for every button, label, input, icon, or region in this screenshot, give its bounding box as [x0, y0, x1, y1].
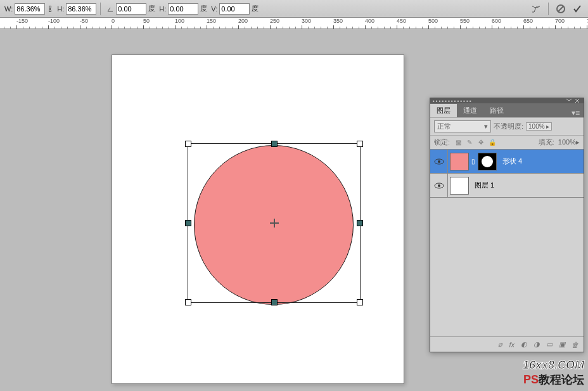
ruler-tick: 350 [333, 18, 343, 24]
separator [548, 3, 549, 15]
ruler-tick: 250 [270, 18, 279, 24]
adjustment-layer-icon[interactable]: ◑ [534, 340, 540, 349]
panel-dragbar[interactable]: ▪▪▪▪▪▪▪▪▪▪▪▪▪ [430, 98, 584, 103]
panel-tabs: 图层 通道 路径 ▾≡ [430, 103, 584, 117]
new-layer-icon[interactable]: ▣ [559, 340, 565, 349]
ruler-tick: -150 [16, 18, 28, 24]
layer-list: ▯ 形状 4 图层 1 [430, 149, 584, 337]
h-skew-unit: 度 [200, 4, 207, 13]
layer-mask-icon[interactable]: ◐ [521, 340, 527, 349]
handle-left-mid[interactable] [185, 220, 191, 226]
height-input[interactable] [66, 3, 96, 15]
lock-all-icon[interactable]: 🔒 [488, 138, 497, 147]
separator [100, 3, 101, 15]
v-skew-input[interactable] [219, 3, 250, 15]
collapse-icon[interactable] [566, 98, 572, 103]
ruler-tick: 150 [207, 18, 216, 24]
transform-bounding-box[interactable] [188, 143, 361, 303]
h-skew-input[interactable] [168, 3, 198, 15]
ruler-tick: 550 [460, 18, 470, 24]
eye-icon [434, 158, 444, 165]
handle-bottom-right[interactable] [357, 299, 363, 305]
handle-right-mid[interactable] [357, 220, 363, 226]
svg-point-4 [438, 160, 440, 163]
blend-row: 正常▾ 不透明度: 100%▸ [430, 117, 584, 135]
group-icon[interactable]: ▭ [546, 340, 553, 349]
trash-icon[interactable]: 🗑 [572, 341, 578, 349]
tab-layers[interactable]: 图层 [430, 104, 457, 117]
width-label: W: [4, 5, 13, 13]
commit-icon[interactable] [571, 3, 584, 15]
h-skew-label: H: [159, 5, 166, 13]
ruler-tick: 650 [523, 18, 533, 24]
mask-thumbnail[interactable] [478, 153, 497, 170]
visibility-toggle[interactable] [430, 150, 448, 173]
lock-row: 锁定: ▩ ✎ ✥ 🔒 填充: 100%▸ [430, 135, 584, 149]
svg-point-6 [438, 184, 440, 187]
angle-unit: 度 [148, 4, 155, 13]
lock-position-icon[interactable]: ✥ [476, 138, 485, 147]
layer-name[interactable]: 图层 1 [475, 181, 494, 190]
layer-list-empty [430, 197, 584, 337]
link-mask-icon[interactable]: ▯ [471, 158, 475, 165]
lock-label: 锁定: [434, 138, 450, 147]
handle-top-left[interactable] [185, 141, 191, 147]
ruler-tick: -100 [48, 18, 60, 24]
workspace: ▪▪▪▪▪▪▪▪▪▪▪▪▪ 图层 通道 路径 ▾≡ 正常▾ 不透明度: 100%… [0, 29, 588, 391]
layers-panel: ▪▪▪▪▪▪▪▪▪▪▪▪▪ 图层 通道 路径 ▾≡ 正常▾ 不透明度: 100%… [430, 98, 584, 352]
opacity-label: 不透明度: [494, 122, 523, 131]
svg-rect-0 [49, 8, 51, 10]
ruler-tick: 500 [428, 18, 438, 24]
layer-row-shape4[interactable]: ▯ 形状 4 [430, 149, 584, 173]
fill-input[interactable]: 100%▸ [558, 138, 580, 146]
handle-top-mid[interactable] [271, 141, 278, 147]
panel-footer: ⌀ fx ◐ ◑ ▭ ▣ 🗑 [430, 337, 584, 352]
ruler-tick: 200 [238, 18, 248, 24]
panel-menu-icon[interactable]: ▾≡ [568, 108, 584, 117]
handle-bottom-mid[interactable] [271, 299, 278, 305]
tab-channels[interactable]: 通道 [457, 104, 483, 117]
ruler-tick: 450 [397, 18, 406, 24]
ruler-tick: -50 [80, 18, 88, 24]
close-icon[interactable] [575, 98, 581, 103]
ruler-tick: 300 [302, 18, 311, 24]
layer-thumbnail[interactable] [450, 153, 469, 170]
width-input[interactable] [15, 3, 45, 15]
options-bar: W: H: 度 H: 度 V: 度 [0, 0, 588, 18]
angle-input[interactable] [116, 3, 146, 15]
warp-icon[interactable] [530, 3, 542, 15]
fill-label: 填充: [539, 138, 554, 147]
height-label: H: [57, 5, 64, 13]
tab-paths[interactable]: 路径 [483, 104, 510, 117]
opacity-input[interactable]: 100%▸ [526, 122, 552, 131]
lock-transparency-icon[interactable]: ▩ [454, 138, 463, 147]
ruler-tick: 50 [143, 18, 150, 24]
handle-bottom-left[interactable] [185, 299, 191, 305]
layer-row-layer1[interactable]: 图层 1 [430, 173, 584, 197]
v-skew-unit: 度 [252, 4, 259, 13]
eye-icon [434, 183, 444, 189]
ruler-tick: 100 [175, 18, 184, 24]
lock-paint-icon[interactable]: ✎ [465, 138, 474, 147]
watermark-line1: 16xx8.COM [523, 359, 584, 372]
v-skew-label: V: [211, 5, 217, 13]
blend-mode-select[interactable]: 正常▾ [434, 120, 491, 132]
ruler-tick: 0 [112, 18, 115, 24]
svg-line-2 [558, 6, 563, 11]
layer-name[interactable]: 形状 4 [502, 157, 522, 166]
transform-center-icon[interactable] [270, 219, 279, 228]
handle-top-right[interactable] [357, 141, 363, 147]
cancel-icon[interactable] [554, 3, 567, 15]
link-layers-icon[interactable]: ⌀ [498, 340, 502, 349]
angle-icon [106, 5, 114, 13]
horizontal-ruler: -200-150-100-500501001502002503003504004… [0, 18, 588, 29]
ruler-tick: 400 [365, 18, 374, 24]
layer-style-icon[interactable]: fx [509, 341, 514, 349]
link-icon[interactable] [47, 4, 53, 13]
watermark: 16xx8.COM PS教程论坛 [523, 359, 584, 387]
layer-thumbnail[interactable] [450, 177, 469, 195]
ruler-tick: 600 [492, 18, 501, 24]
visibility-toggle[interactable] [430, 174, 448, 197]
ruler-tick: 700 [555, 18, 565, 24]
watermark-line2: PS教程论坛 [523, 372, 584, 387]
